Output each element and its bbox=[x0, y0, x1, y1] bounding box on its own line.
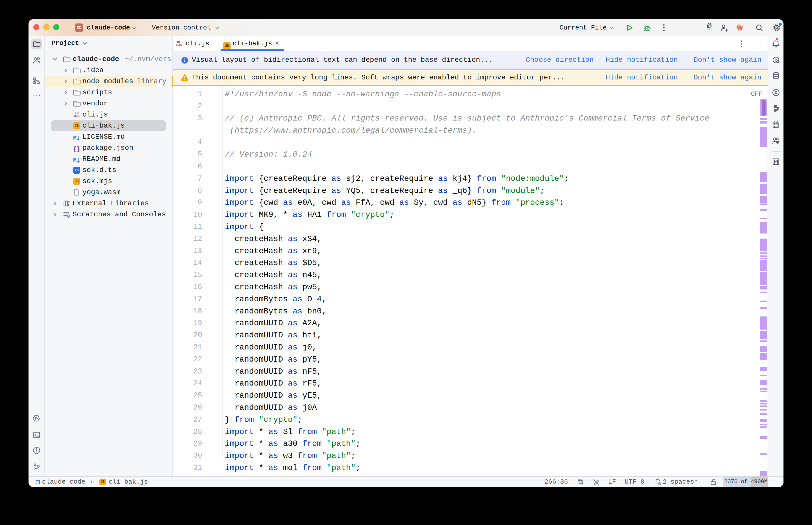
svg-text:?: ? bbox=[38, 61, 40, 64]
